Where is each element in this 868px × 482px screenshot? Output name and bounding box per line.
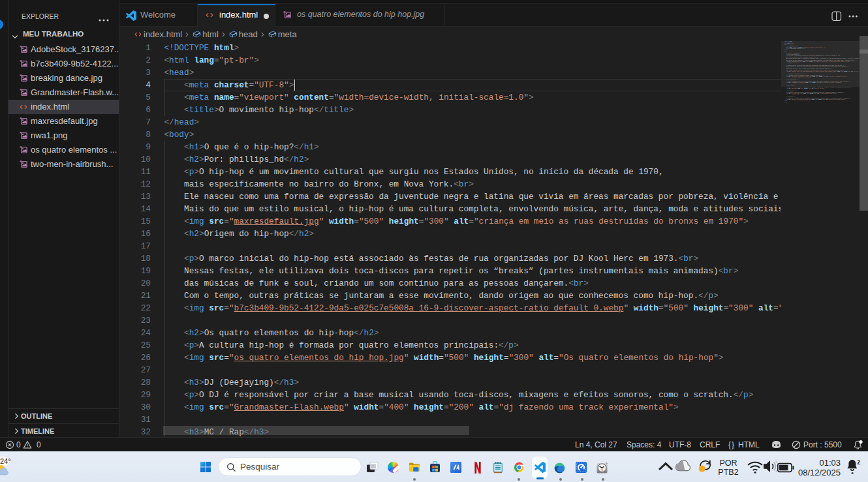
svg-text:z: z	[857, 459, 860, 466]
